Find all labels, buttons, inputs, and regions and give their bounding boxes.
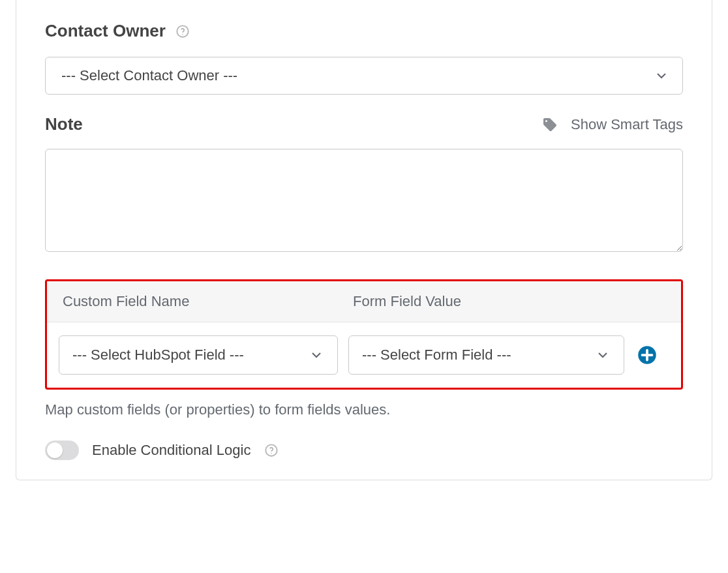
tag-icon (542, 117, 558, 132)
custom-fields-header: Custom Field Name Form Field Value (47, 281, 681, 322)
chevron-down-icon (309, 347, 324, 363)
custom-fields-section: Custom Field Name Form Field Value --- S… (45, 279, 683, 390)
hubspot-field-select[interactable]: --- Select HubSpot Field --- (59, 335, 338, 375)
settings-panel: Contact Owner --- Select Contact Owner -… (16, 0, 712, 480)
contact-owner-select[interactable]: --- Select Contact Owner --- (45, 57, 683, 95)
form-field-select[interactable]: --- Select Form Field --- (348, 335, 624, 375)
smart-tags-label: Show Smart Tags (571, 116, 683, 133)
form-field-value-header: Form Field Value (353, 293, 665, 310)
svg-point-4 (271, 453, 273, 454)
help-icon[interactable] (175, 23, 190, 39)
conditional-logic-label: Enable Conditional Logic (92, 442, 250, 459)
custom-fields-hint: Map custom fields (or properties) to for… (45, 401, 683, 418)
form-field-value: --- Select Form Field --- (362, 347, 590, 364)
contact-owner-label: Contact Owner (45, 21, 166, 41)
note-label: Note (45, 114, 83, 134)
add-row-button[interactable] (637, 345, 657, 365)
chevron-down-icon (595, 347, 611, 363)
conditional-logic-toggle[interactable] (45, 441, 79, 460)
note-textarea[interactable] (45, 149, 683, 252)
show-smart-tags-button[interactable]: Show Smart Tags (542, 116, 683, 133)
contact-owner-value: --- Select Contact Owner --- (61, 67, 648, 84)
conditional-logic-row: Enable Conditional Logic (45, 441, 683, 460)
help-icon[interactable] (264, 442, 279, 458)
custom-field-name-header: Custom Field Name (63, 293, 353, 310)
chevron-down-icon (654, 68, 669, 84)
custom-fields-row: --- Select HubSpot Field --- --- Select … (47, 322, 681, 388)
toggle-knob (47, 442, 63, 458)
hubspot-field-value: --- Select HubSpot Field --- (72, 347, 303, 364)
contact-owner-label-row: Contact Owner (45, 21, 683, 41)
svg-point-1 (182, 33, 183, 35)
note-header: Note Show Smart Tags (45, 114, 683, 134)
